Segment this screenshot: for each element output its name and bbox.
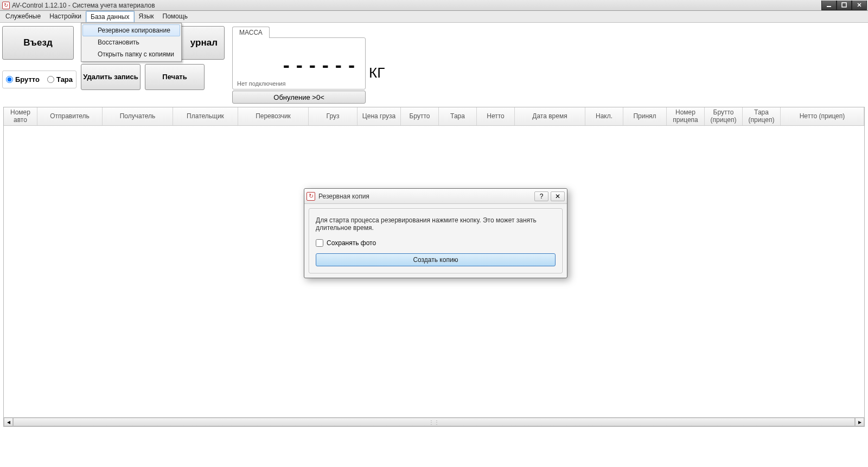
save-photo-input[interactable] xyxy=(316,239,323,247)
col-platelshchik[interactable]: Плательщик xyxy=(173,107,238,125)
col-tara[interactable]: Тара xyxy=(439,107,477,125)
close-icon: ✕ xyxy=(555,193,560,200)
col-otpravitel[interactable]: Отправитель xyxy=(37,107,103,125)
mass-status: Нет подключения xyxy=(237,80,285,87)
help-icon: ? xyxy=(540,193,544,200)
col-cena[interactable]: Цена груза xyxy=(358,107,401,125)
col-poluchatel[interactable]: Получатель xyxy=(103,107,173,125)
col-brutto[interactable]: Брутто xyxy=(401,107,439,125)
dropdown-open-folder[interactable]: Открыть папку с копиями xyxy=(82,48,180,60)
col-perevozchik[interactable]: Перевозчик xyxy=(238,107,309,125)
menu-dropdown: Резервное копирование Восстановить Откры… xyxy=(81,23,182,62)
save-photo-checkbox[interactable]: Сохранять фото xyxy=(316,239,556,247)
horizontal-scrollbar[interactable]: ◂ ⋮⋮ ▸ xyxy=(4,417,864,426)
dialog-app-icon xyxy=(307,192,315,201)
col-netto-pricep[interactable]: Нетто (прицеп) xyxy=(781,107,864,125)
app-icon xyxy=(2,2,10,9)
zero-button[interactable]: Обнуление >0< xyxy=(232,91,366,104)
menu-baza-dannykh[interactable]: База данных xyxy=(86,11,134,22)
menu-pomoshch[interactable]: Помощь xyxy=(158,11,192,22)
minimize-button[interactable] xyxy=(821,1,837,10)
dialog-help-button[interactable]: ? xyxy=(534,191,548,201)
radio-tara-label: Тара xyxy=(56,75,73,84)
window-titlebar: AV-Control 1.12.10 - Система учета матер… xyxy=(0,0,868,11)
menu-sluzhebnye[interactable]: Служебные xyxy=(1,11,45,22)
dialog-body: Для старта процесса резервирования нажми… xyxy=(309,208,563,273)
radio-brutto-label: Брутто xyxy=(15,75,40,84)
dialog-titlebar[interactable]: Резервная копия ? ✕ xyxy=(304,189,567,204)
col-prinyal[interactable]: Принял xyxy=(623,107,667,125)
radio-brutto-input[interactable] xyxy=(6,76,13,83)
menubar: Служебные Настройки База данных Язык Пом… xyxy=(0,11,868,23)
window-title: AV-Control 1.12.10 - Система учета матер… xyxy=(12,2,821,9)
maximize-button[interactable] xyxy=(837,1,852,10)
save-photo-label: Сохранять фото xyxy=(327,239,376,247)
col-netto[interactable]: Нетто xyxy=(477,107,515,125)
mass-panel: МАССА ------ Нет подключения Обнуление >… xyxy=(232,26,385,104)
close-button[interactable] xyxy=(852,1,867,10)
dialog-close-button[interactable]: ✕ xyxy=(551,191,565,201)
menu-yazyk[interactable]: Язык xyxy=(135,11,158,22)
scroll-thumb[interactable]: ⋮⋮ xyxy=(13,418,855,426)
create-backup-button[interactable]: Создать копию xyxy=(316,253,556,266)
entry-button[interactable]: Въезд xyxy=(2,26,74,60)
mass-tab[interactable]: МАССА xyxy=(232,27,270,38)
svg-rect-0 xyxy=(827,6,831,7)
table-header: Номер авто Отправитель Получатель Плател… xyxy=(4,107,864,126)
scroll-right-button[interactable]: ▸ xyxy=(855,418,864,426)
window-buttons xyxy=(821,1,867,10)
col-brutto-pricep[interactable]: Брутто (прицеп) xyxy=(705,107,743,125)
dialog-message: Для старта процесса резервирования нажми… xyxy=(316,216,556,232)
scroll-left-button[interactable]: ◂ xyxy=(4,418,13,426)
col-gruz[interactable]: Груз xyxy=(309,107,358,125)
mass-digits: ------ xyxy=(282,56,360,75)
svg-rect-1 xyxy=(842,3,846,7)
delete-record-button[interactable]: Удалить запись xyxy=(81,64,141,90)
col-nomer-avto[interactable]: Номер авто xyxy=(4,107,37,125)
radio-brutto[interactable]: Брутто xyxy=(6,75,40,84)
col-nomer-pricepa[interactable]: Номер прицепа xyxy=(667,107,705,125)
weight-mode-group: Брутто Тара xyxy=(2,71,76,88)
dropdown-restore[interactable]: Восстановить xyxy=(82,36,180,48)
col-tara-pricep[interactable]: Тара (прицеп) xyxy=(743,107,781,125)
mass-unit: КГ xyxy=(369,65,385,81)
radio-tara-input[interactable] xyxy=(47,76,54,83)
backup-dialog: Резервная копия ? ✕ Для старта процесса … xyxy=(304,188,567,278)
radio-tara[interactable]: Тара xyxy=(47,75,73,84)
mass-display: ------ Нет подключения xyxy=(232,37,366,89)
menu-nastroiki[interactable]: Настройки xyxy=(45,11,86,22)
print-button[interactable]: Печать xyxy=(145,64,205,90)
dialog-title: Резервная копия xyxy=(318,193,532,200)
col-nakl[interactable]: Накл. xyxy=(585,107,623,125)
col-data-vremya[interactable]: Дата время xyxy=(515,107,585,125)
dropdown-backup[interactable]: Резервное копирование xyxy=(82,24,180,36)
